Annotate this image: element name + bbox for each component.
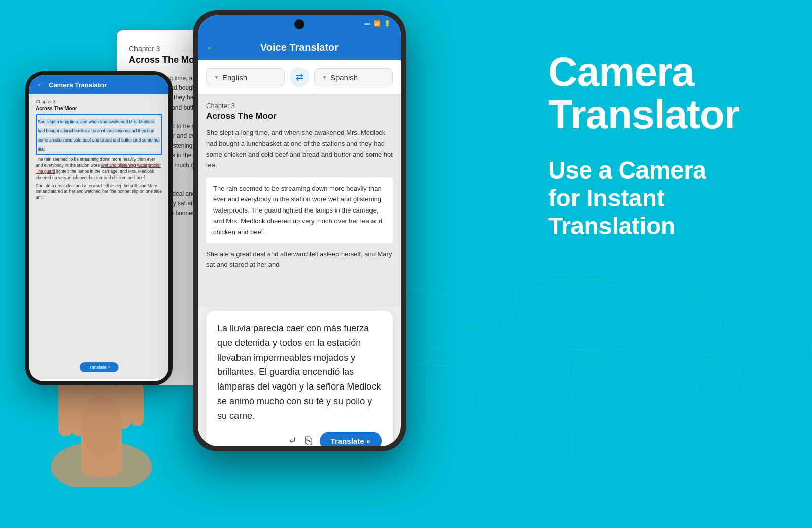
translation-container: La lluvia parecía caer con más fuerza qu…	[198, 311, 401, 446]
svg-point-2	[513, 279, 675, 350]
small-phone-translate-btn[interactable]: Translate »	[80, 362, 119, 372]
translate-button[interactable]: Translate »	[320, 432, 382, 446]
small-phone-chapter: Chapter 3	[36, 99, 162, 104]
svg-point-7	[513, 396, 573, 487]
translation-result-box: La lluvia parecía caer con más fuerza qu…	[206, 311, 393, 446]
target-language-dropdown[interactable]: ▼ Spanish	[314, 68, 393, 86]
main-title-line2: Translator	[548, 92, 739, 137]
main-title-line1: Camera	[548, 49, 694, 94]
language-selector-bar: ▼ English ⇄ ▼ Spanish	[198, 60, 401, 94]
small-phone-back-icon[interactable]: ←	[37, 80, 45, 89]
center-phone: ▪▪▪ 📶 🔋 ← Voice Translator ▼ English ⇄	[193, 10, 406, 451]
language-swap-button[interactable]: ⇄	[290, 67, 309, 87]
svg-rect-13	[130, 383, 144, 426]
wifi-icon: 📶	[374, 20, 381, 27]
target-language-label: Spanish	[330, 73, 358, 82]
source-language-dropdown[interactable]: ▼ English	[206, 68, 285, 86]
svg-point-5	[695, 345, 746, 406]
center-selected-text-content: The rain seemed to be streaming down mor…	[213, 185, 382, 236]
center-chapter-label: Chapter 3	[206, 102, 393, 110]
dropdown-arrow-icon2: ▼	[322, 74, 327, 80]
main-title: Camera Translator	[548, 51, 782, 136]
copy-icon[interactable]: ⎘	[305, 434, 312, 446]
center-selected-text: The rain seemed to be streaming down mor…	[206, 177, 393, 243]
small-phone-text3: She ate a great deal and afterward fell …	[36, 183, 162, 201]
center-chapter-title: Across The Moor	[206, 111, 393, 121]
svg-point-6	[751, 330, 812, 371]
center-phone-book-area: Chapter 3 Across The Moor She slept a lo…	[198, 94, 401, 307]
world-map-bg	[365, 224, 812, 528]
source-language-label: English	[222, 73, 247, 82]
swap-icon: ⇄	[296, 72, 303, 83]
phone-status-bar: ▪▪▪ 📶 🔋	[364, 20, 391, 27]
center-paragraph3: She ate a great deal and afterward fell …	[206, 249, 393, 270]
svg-point-4	[650, 300, 721, 350]
sub-title-line2: for Instant	[548, 185, 664, 212]
small-phone-chapter-title: Across The Moor	[36, 105, 162, 111]
small-phone: ← Camera Translator Chapter 3 Across The…	[25, 71, 173, 385]
svg-point-3	[563, 335, 655, 416]
share-icon[interactable]: ⤶	[288, 434, 297, 446]
sub-title: Use a Camera for Instant Translation	[548, 156, 782, 240]
battery-icon: 🔋	[384, 20, 391, 27]
sub-title-line3: Translation	[548, 213, 675, 239]
phone-camera	[294, 19, 304, 29]
phone-hand-container: ← Camera Translator Chapter 3 Across The…	[15, 71, 188, 487]
translate-btn-label: Translate »	[331, 437, 370, 445]
small-phone-screen: ← Camera Translator Chapter 3 Across The…	[29, 75, 168, 381]
small-phone-title: Camera Translator	[49, 81, 107, 89]
small-phone-selection-box: She slept a long time, and when she awak…	[36, 114, 162, 155]
center-phone-screen: ← Voice Translator ▼ English ⇄ ▼ Spanish	[198, 15, 401, 446]
svg-point-1	[426, 325, 507, 447]
small-phone-text2: The rain seemed to be streaming down mor…	[36, 157, 162, 181]
translation-text: La lluvia parecía caer con más fuerza qu…	[217, 321, 382, 424]
small-phone-highlight-text: She slept a long time, and when she awak…	[38, 119, 160, 152]
translation-actions-bar: ⤶ ⎘ Translate »	[217, 432, 382, 446]
small-phone-header: ← Camera Translator	[29, 75, 168, 94]
svg-point-14	[81, 396, 122, 456]
dropdown-arrow-icon: ▼	[214, 74, 219, 80]
small-phone-content: Chapter 3 Across The Moor She slept a lo…	[29, 94, 168, 379]
sub-title-line1: Use a Camera	[548, 157, 706, 184]
center-paragraph1: She slept a long time, and when she awak…	[206, 127, 393, 171]
center-phone-app-title: Voice Translator	[260, 42, 339, 53]
svg-rect-11	[58, 380, 73, 436]
center-phone-container: ▪▪▪ 📶 🔋 ← Voice Translator ▼ English ⇄	[193, 10, 406, 517]
center-phone-back-icon[interactable]: ←	[206, 43, 215, 53]
right-text-area: Camera Translator Use a Camera for Insta…	[548, 51, 782, 240]
signal-icon: ▪▪▪	[364, 21, 370, 27]
